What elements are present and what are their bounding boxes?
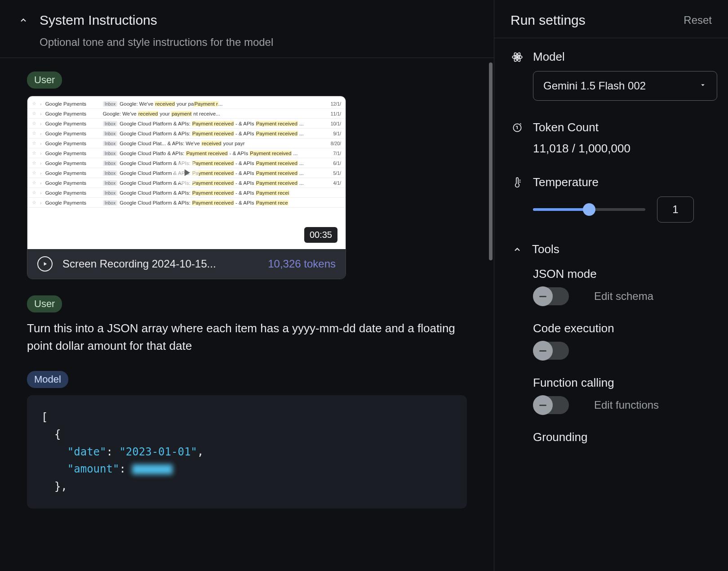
chevron-up-icon[interactable] — [510, 243, 524, 256]
email-row: ☆›Google PaymentsInbox Google Cloud Plat… — [27, 198, 346, 208]
model-label: Model — [533, 50, 565, 64]
play-icon[interactable] — [174, 160, 199, 185]
video-attachment[interactable]: ☆›Google PaymentsInbox Google: We've rec… — [27, 96, 346, 279]
temperature-input[interactable]: 1 — [657, 196, 694, 223]
tools-section: Tools JSON mode Edit schema Code executi… — [510, 242, 712, 444]
system-instructions-title: System Instructions — [40, 13, 157, 28]
reset-button[interactable]: Reset — [684, 14, 712, 27]
email-row: ☆›Google PaymentsGoogle: We've received … — [27, 109, 346, 119]
scrollbar[interactable] — [489, 62, 493, 260]
main-panel: System Instructions Optional tone and st… — [0, 0, 494, 571]
temperature-section: Temperature 1 — [510, 175, 712, 223]
play-button[interactable] — [37, 256, 53, 272]
model-section: Model Gemini 1.5 Flash 002 — [510, 50, 712, 101]
token-count-label: Token Count — [533, 120, 599, 134]
tool-json-mode: JSON mode Edit schema — [533, 267, 712, 305]
function-calling-label: Function calling — [533, 376, 712, 390]
role-badge-user: User — [27, 295, 62, 312]
model-code-output: [ { "date": "2023-01-01", "amount": }, — [27, 395, 467, 509]
email-row: ☆›Google PaymentsInbox Google Cloud Plat… — [27, 129, 346, 138]
system-instructions-section: System Instructions Optional tone and st… — [0, 0, 494, 58]
atom-icon — [510, 50, 524, 64]
json-mode-label: JSON mode — [533, 267, 712, 281]
email-row: ☆›Google PaymentsInbox Google Cloud Plat… — [27, 188, 346, 198]
tool-code-execution: Code execution — [533, 321, 712, 360]
attachment-preview: ☆›Google PaymentsInbox Google: We've rec… — [27, 96, 346, 249]
svg-point-0 — [516, 56, 518, 58]
attachment-token-count: 10,326 tokens — [268, 258, 336, 270]
email-row: ☆›Google PaymentsInbox Google Cloud Plat… — [27, 148, 346, 158]
temperature-slider[interactable] — [533, 208, 645, 211]
function-calling-toggle[interactable] — [533, 396, 569, 414]
model-select[interactable]: Gemini 1.5 Flash 002 — [533, 71, 717, 101]
user-prompt-text[interactable]: Turn this into a JSON array where each i… — [27, 320, 467, 355]
token-icon — [510, 121, 524, 134]
attachment-footer: Screen Recording 2024-10-15... 10,326 to… — [27, 249, 346, 279]
system-instructions-description[interactable]: Optional tone and style instructions for… — [40, 36, 467, 49]
conversation-area: User ☆›Google PaymentsInbox Google: We'v… — [0, 58, 494, 571]
role-badge-model: Model — [27, 371, 68, 388]
tools-label: Tools — [532, 242, 559, 256]
chevron-down-icon — [699, 81, 707, 91]
email-row: ☆›Google PaymentsInbox Google Cloud Plat… — [27, 119, 346, 129]
role-badge-user: User — [27, 71, 62, 89]
edit-functions-button[interactable]: Edit functions — [594, 399, 659, 411]
email-row: ☆›Google PaymentsInbox Google: We've rec… — [27, 99, 346, 109]
grounding-label: Grounding — [533, 430, 712, 444]
attachment-filename: Screen Recording 2024-10-15... — [62, 258, 216, 270]
thermometer-icon — [510, 176, 524, 189]
edit-schema-button[interactable]: Edit schema — [594, 290, 653, 303]
run-settings-sidebar: Run settings Reset Model Gemini 1.5 Flas… — [494, 0, 728, 571]
sidebar-title: Run settings — [510, 13, 586, 28]
chevron-up-icon[interactable] — [18, 15, 29, 26]
token-count-value: 11,018 / 1,000,000 — [533, 142, 712, 156]
video-duration: 00:35 — [304, 227, 337, 243]
tool-function-calling: Function calling Edit functions — [533, 376, 712, 414]
email-row: ☆›Google PaymentsInbox Google Cloud Plat… — [27, 138, 346, 148]
slider-thumb[interactable] — [583, 203, 595, 216]
token-count-section: Token Count 11,018 / 1,000,000 — [510, 120, 712, 156]
json-mode-toggle[interactable] — [533, 287, 569, 305]
code-execution-label: Code execution — [533, 321, 712, 335]
model-selected-value: Gemini 1.5 Flash 002 — [543, 80, 646, 92]
tool-grounding: Grounding — [533, 430, 712, 444]
code-execution-toggle[interactable] — [533, 342, 569, 360]
redacted-amount — [132, 464, 173, 474]
temperature-label: Temperature — [533, 175, 599, 189]
